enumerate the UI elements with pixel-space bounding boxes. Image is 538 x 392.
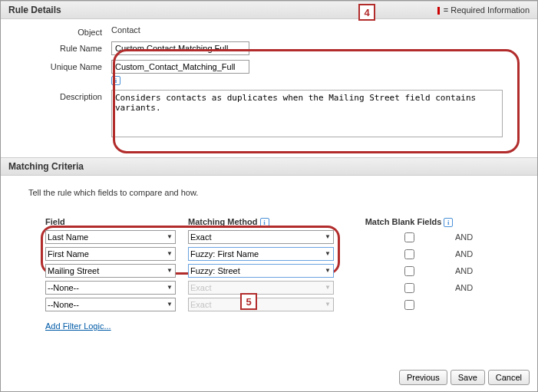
callout-marker-5: 5 [240, 293, 257, 310]
matching-criteria-title: Matching Criteria [8, 161, 84, 172]
criteria-table: Field Matching Method i Match Blank Fiel… [45, 217, 526, 312]
description-label: Description [12, 90, 111, 101]
matching-criteria-header: Matching Criteria [1, 157, 537, 176]
rule-details-header: Rule Details = Required Information [1, 1, 537, 19]
criteria-row: Last Name Exact AND [45, 229, 526, 245]
matching-criteria-body: Tell the rule which fields to compare an… [1, 176, 537, 340]
criteria-row: Mailing Street Fuzzy: Street AND [45, 263, 526, 278]
callout-marker-4: 4 [358, 4, 375, 21]
blank-checkbox[interactable] [404, 249, 414, 259]
unique-name-input[interactable] [111, 60, 249, 74]
method-select[interactable]: Exact [188, 230, 334, 244]
and-operator: AND [455, 249, 493, 259]
rule-name-input[interactable] [111, 41, 249, 55]
footer-buttons: Previous Save Cancel [399, 370, 530, 385]
blank-checkbox[interactable] [404, 266, 414, 276]
blank-checkbox[interactable] [404, 283, 414, 293]
blank-checkbox[interactable] [404, 300, 414, 310]
criteria-row: First Name Fuzzy: First Name AND [45, 246, 526, 262]
field-select[interactable]: Mailing Street [45, 264, 176, 278]
required-bar-icon [437, 7, 440, 15]
field-select[interactable]: --None-- [45, 281, 176, 295]
and-operator: AND [455, 283, 493, 292]
rule-details-form: Object Contact Rule Name Unique Name i D… [1, 19, 537, 157]
and-operator: AND [455, 232, 493, 242]
info-icon[interactable]: i [111, 76, 120, 85]
col-field-header: Field [45, 217, 188, 227]
unique-name-label: Unique Name [12, 60, 111, 71]
and-operator: AND [455, 266, 493, 275]
object-value: Contact [111, 25, 526, 35]
info-icon[interactable]: i [260, 218, 269, 227]
previous-button[interactable]: Previous [399, 370, 447, 385]
field-select[interactable]: Last Name [45, 230, 176, 244]
field-select[interactable]: First Name [45, 247, 176, 261]
cancel-button[interactable]: Cancel [488, 370, 530, 385]
rule-details-title: Rule Details [8, 5, 61, 15]
info-icon[interactable]: i [444, 218, 453, 227]
blank-checkbox[interactable] [404, 232, 414, 242]
rule-name-label: Rule Name [12, 41, 111, 53]
method-select[interactable]: Fuzzy: First Name [188, 247, 334, 261]
method-select: Exact [188, 281, 334, 295]
required-info-note: = Required Information [437, 5, 530, 15]
col-method-header: Matching Method i [188, 217, 363, 227]
method-select: Exact [188, 298, 334, 311]
criteria-row: --None-- Exact AND [45, 280, 526, 295]
description-input[interactable] [111, 90, 503, 137]
criteria-row: --None-- Exact [45, 297, 526, 312]
criteria-instruction: Tell the rule which fields to compare an… [28, 188, 510, 197]
save-button[interactable]: Save [451, 370, 485, 385]
col-blank-header: Match Blank Fields i [363, 217, 455, 227]
add-filter-logic-link[interactable]: Add Filter Logic... [45, 321, 111, 331]
field-select[interactable]: --None-- [45, 298, 176, 311]
method-select[interactable]: Fuzzy: Street [188, 264, 334, 278]
object-label: Object [12, 25, 111, 37]
